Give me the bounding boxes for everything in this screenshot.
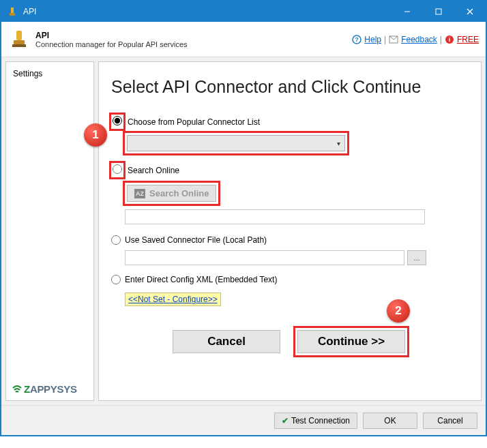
label-xml: Enter Direct Config XML (Embedded Text) xyxy=(125,275,277,284)
sidebar-item-settings[interactable]: Settings xyxy=(10,66,89,81)
brand-icon xyxy=(12,385,23,395)
option-search: Search Online xyxy=(111,163,469,177)
footer-cancel-button[interactable]: Cancel xyxy=(423,413,477,429)
header-icon xyxy=(8,25,30,54)
svg-rect-0 xyxy=(11,8,14,13)
help-icon: ? xyxy=(352,35,361,44)
main-panel: Select API Connector and Click Continue … xyxy=(98,61,482,401)
brand-logo: ZAPPYSYS xyxy=(12,383,77,395)
option-xml: Enter Direct Config XML (Embedded Text) xyxy=(111,275,469,284)
saved-path-input[interactable] xyxy=(125,250,404,265)
footer: ✔ Test Connection OK Cancel xyxy=(1,405,486,435)
chevron-down-icon: ▾ xyxy=(337,140,340,147)
sidebar: Settings ZAPPYSYS xyxy=(5,61,94,401)
test-connection-label: Test Connection xyxy=(291,416,350,425)
label-search: Search Online xyxy=(128,166,179,175)
search-online-button-label: Search Online xyxy=(149,188,209,198)
xml-configure-link[interactable]: <<Not Set - Configure>> xyxy=(125,293,221,306)
popular-dropdown[interactable]: ▾ xyxy=(127,135,345,151)
radio-search[interactable] xyxy=(113,164,122,174)
step-badge-1: 1 xyxy=(84,123,107,147)
header-subtitle: Connection manager for Popular API servi… xyxy=(35,40,352,48)
svg-rect-3 xyxy=(436,9,441,14)
maximize-button[interactable] xyxy=(423,1,454,22)
close-button[interactable] xyxy=(454,1,486,22)
page-title: Select API Connector and Click Continue xyxy=(111,77,469,97)
help-link[interactable]: Help xyxy=(364,35,381,44)
header: API Connection manager for Popular API s… xyxy=(1,22,486,57)
search-input[interactable] xyxy=(125,209,425,224)
window-title: API xyxy=(23,7,392,16)
app-window: API API Connection manager for Popular A… xyxy=(0,0,487,436)
radio-popular[interactable] xyxy=(113,116,122,125)
continue-button[interactable]: Continue >> xyxy=(297,330,405,353)
svg-text:?: ? xyxy=(355,36,359,43)
svg-rect-6 xyxy=(16,31,22,40)
ok-button[interactable]: OK xyxy=(363,413,417,429)
free-link[interactable]: FREE xyxy=(457,35,479,44)
option-saved: Use Saved Connector File (Local Path) xyxy=(111,235,469,245)
app-icon xyxy=(7,6,18,17)
brand-rest: APPYSYS xyxy=(30,383,77,395)
browse-button[interactable]: ... xyxy=(407,250,426,265)
feedback-link[interactable]: Feedback xyxy=(401,35,437,44)
svg-text:i: i xyxy=(449,36,451,43)
body: Settings ZAPPYSYS Select API Connector a… xyxy=(1,57,486,405)
test-connection-button[interactable]: ✔ Test Connection xyxy=(274,413,357,429)
option-popular: Choose from Popular Connector List xyxy=(111,115,469,129)
titlebar: API xyxy=(1,1,486,22)
brand-prefix: Z xyxy=(24,383,30,395)
step-badge-2: 2 xyxy=(387,299,410,323)
minimize-button[interactable] xyxy=(392,1,423,22)
svg-rect-7 xyxy=(14,40,25,44)
label-saved: Use Saved Connector File (Local Path) xyxy=(125,235,267,245)
check-icon: ✔ xyxy=(282,416,289,425)
search-online-button[interactable]: AZ Search Online xyxy=(127,185,216,202)
help-links: ? Help | Feedback | i FREE xyxy=(352,35,479,44)
az-icon: AZ xyxy=(134,189,145,198)
svg-rect-8 xyxy=(12,44,26,47)
label-popular: Choose from Popular Connector List xyxy=(128,117,260,127)
radio-saved[interactable] xyxy=(111,235,121,245)
mail-icon xyxy=(389,35,398,44)
radio-xml[interactable] xyxy=(111,275,121,284)
svg-rect-1 xyxy=(10,13,15,16)
action-row: Cancel 2 Continue >> xyxy=(111,328,469,355)
cancel-button[interactable]: Cancel xyxy=(173,330,280,353)
info-icon: i xyxy=(445,35,454,44)
header-title: API xyxy=(35,31,352,40)
